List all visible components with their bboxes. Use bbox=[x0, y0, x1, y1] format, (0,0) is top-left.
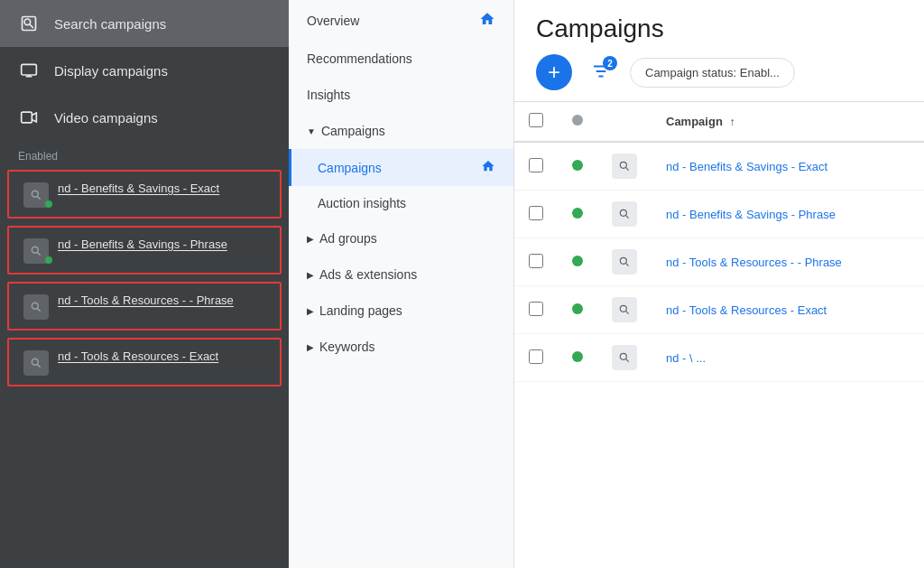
row1-campaign-cell[interactable]: nd - Benefits & Savings - Exact bbox=[651, 142, 924, 191]
sidebar-campaign-benefits-exact[interactable]: nd - Benefits & Savings - Exact bbox=[7, 170, 282, 219]
main-content-area: Campaigns + 2 Campaign status: Enabl... bbox=[514, 0, 924, 568]
keywords-arrow: ▶ bbox=[307, 342, 314, 352]
add-campaign-button[interactable]: + bbox=[536, 54, 572, 90]
svg-line-2 bbox=[30, 24, 33, 28]
sidebar-campaign-benefits-phrase[interactable]: nd - Benefits & Savings - Phrase bbox=[7, 226, 282, 275]
main-header: Campaigns + 2 Campaign status: Enabl... bbox=[514, 0, 924, 102]
row3-type-cell bbox=[597, 238, 651, 286]
nav-sub-item-campaigns[interactable]: Campaigns bbox=[289, 149, 513, 186]
row2-checkbox-cell[interactable] bbox=[514, 191, 558, 238]
nav-item-insights[interactable]: Insights bbox=[289, 77, 513, 113]
row5-campaign-cell[interactable]: nd - \ ... bbox=[651, 334, 924, 382]
campaign-benefits-exact-name: nd - Benefits & Savings - Exact bbox=[58, 181, 269, 197]
row1-status-dot bbox=[572, 160, 583, 171]
table-row: nd - Benefits & Savings - Exact bbox=[514, 142, 924, 191]
row5-checkbox-cell[interactable] bbox=[514, 334, 558, 382]
svg-rect-3 bbox=[22, 64, 37, 75]
ads-extensions-arrow: ▶ bbox=[307, 270, 314, 280]
select-all-checkbox[interactable] bbox=[529, 113, 543, 127]
row4-campaign-link[interactable]: nd - Tools & Resources - Exact bbox=[666, 303, 827, 317]
row5-type-cell bbox=[597, 334, 651, 382]
sidebar-campaign-tools-exact[interactable]: nd - Tools & Resources - Exact bbox=[7, 338, 282, 386]
table-row: nd - Tools & Resources - Exact bbox=[514, 286, 924, 334]
nav-overview-label: Overview bbox=[307, 14, 359, 28]
filter-button[interactable]: 2 bbox=[583, 54, 619, 90]
row3-campaign-type-icon bbox=[612, 249, 637, 275]
home-icon bbox=[479, 11, 495, 30]
row3-status-dot bbox=[572, 256, 583, 266]
nav-auction-insights-label: Auction insights bbox=[318, 196, 406, 210]
sidebar-item-display-campaigns[interactable]: Display campaigns bbox=[0, 47, 289, 94]
status-filter-button[interactable]: Campaign status: Enabl... bbox=[630, 58, 795, 88]
row1-campaign-type-icon bbox=[612, 154, 637, 179]
row1-checkbox-cell[interactable] bbox=[514, 142, 558, 191]
row2-campaign-type-icon bbox=[612, 201, 637, 227]
row2-status-dot bbox=[572, 208, 583, 219]
nav-ads-extensions-section[interactable]: ▶ Ads & extensions bbox=[289, 256, 513, 293]
nav-item-recommendations[interactable]: Recommendations bbox=[289, 41, 513, 77]
nav-keywords-label: Keywords bbox=[319, 340, 374, 354]
search-campaigns-icon bbox=[18, 13, 40, 34]
row4-checkbox-cell[interactable] bbox=[514, 286, 558, 334]
row4-campaign-cell[interactable]: nd - Tools & Resources - Exact bbox=[651, 286, 924, 334]
row2-campaign-cell[interactable]: nd - Benefits & Savings - Phrase bbox=[651, 191, 924, 238]
nav-sub-item-auction-insights[interactable]: Auction insights bbox=[289, 186, 513, 220]
nav-campaigns-section[interactable]: ▼ Campaigns bbox=[289, 113, 513, 149]
row5-status-cell bbox=[558, 334, 597, 382]
status-dot-green bbox=[45, 200, 52, 208]
svg-line-18 bbox=[625, 215, 629, 219]
left-sidebar: Search campaigns Display campaigns Video… bbox=[0, 0, 289, 568]
campaigns-home-icon bbox=[481, 159, 495, 176]
row1-campaign-link[interactable]: nd - Benefits & Savings - Exact bbox=[666, 160, 827, 173]
campaign-tools-phrase-name: nd - Tools & Resources - - Phrase bbox=[58, 293, 269, 309]
row3-checkbox-cell[interactable] bbox=[514, 238, 558, 286]
nav-insights-label: Insights bbox=[307, 88, 350, 102]
enabled-section-label: Enabled bbox=[0, 141, 289, 166]
row3-checkbox[interactable] bbox=[529, 254, 543, 268]
middle-navigation: Overview Recommendations Insights ▼ Camp… bbox=[289, 0, 514, 568]
video-campaigns-icon bbox=[18, 107, 40, 128]
row1-checkbox[interactable] bbox=[529, 158, 543, 172]
row2-type-cell bbox=[597, 191, 651, 238]
row5-status-dot bbox=[572, 351, 583, 362]
display-campaigns-icon bbox=[18, 60, 40, 81]
campaigns-table: Campaign ↑ bbox=[514, 102, 924, 382]
svg-line-16 bbox=[625, 167, 629, 171]
filter-badge: 2 bbox=[603, 56, 617, 70]
status-dot-green-2 bbox=[45, 256, 52, 264]
row5-campaign-link[interactable]: nd - \ ... bbox=[666, 351, 706, 365]
sidebar-campaign-tools-phrase[interactable]: nd - Tools & Resources - - Phrase bbox=[7, 282, 282, 331]
row4-checkbox[interactable] bbox=[529, 302, 543, 316]
nav-item-overview[interactable]: Overview bbox=[289, 0, 513, 41]
svg-line-20 bbox=[625, 263, 629, 266]
nav-landing-pages-label: Landing pages bbox=[319, 303, 402, 318]
campaign-header[interactable]: Campaign ↑ bbox=[651, 102, 924, 142]
sidebar-item-display-label: Display campaigns bbox=[54, 63, 168, 79]
row3-campaign-cell[interactable]: nd - Tools & Resources - - Phrase bbox=[651, 238, 924, 286]
svg-point-1 bbox=[24, 19, 31, 25]
sidebar-item-search-campaigns[interactable]: Search campaigns bbox=[0, 0, 289, 47]
nav-ads-extensions-label: Ads & extensions bbox=[319, 267, 417, 282]
svg-line-12 bbox=[37, 308, 41, 312]
nav-ad-groups-section[interactable]: ▶ Ad groups bbox=[289, 220, 513, 256]
table-row: nd - Benefits & Savings - Phrase bbox=[514, 191, 924, 238]
nav-keywords-section[interactable]: ▶ Keywords bbox=[289, 329, 513, 365]
row3-campaign-link[interactable]: nd - Tools & Resources - - Phrase bbox=[666, 256, 842, 269]
row4-campaign-type-icon bbox=[612, 297, 637, 322]
table-row: nd - Tools & Resources - - Phrase bbox=[514, 238, 924, 286]
row2-campaign-link[interactable]: nd - Benefits & Savings - Phrase bbox=[666, 208, 836, 221]
campaign-benefits-phrase-name: nd - Benefits & Savings - Phrase bbox=[58, 237, 269, 253]
sidebar-item-video-campaigns[interactable]: Video campaigns bbox=[0, 94, 289, 141]
select-all-header[interactable] bbox=[514, 102, 558, 142]
landing-pages-arrow: ▶ bbox=[307, 306, 314, 316]
campaign-search-icon-4 bbox=[23, 350, 49, 376]
nav-landing-pages-section[interactable]: ▶ Landing pages bbox=[289, 293, 513, 329]
campaigns-table-container: Campaign ↑ bbox=[514, 102, 924, 568]
row2-checkbox[interactable] bbox=[529, 206, 543, 220]
row5-checkbox[interactable] bbox=[529, 349, 543, 364]
table-header-row: Campaign ↑ bbox=[514, 102, 924, 142]
sort-icon: ↑ bbox=[729, 116, 735, 128]
svg-rect-6 bbox=[22, 112, 32, 123]
row5-campaign-type-icon bbox=[612, 345, 637, 370]
status-header bbox=[558, 102, 597, 142]
